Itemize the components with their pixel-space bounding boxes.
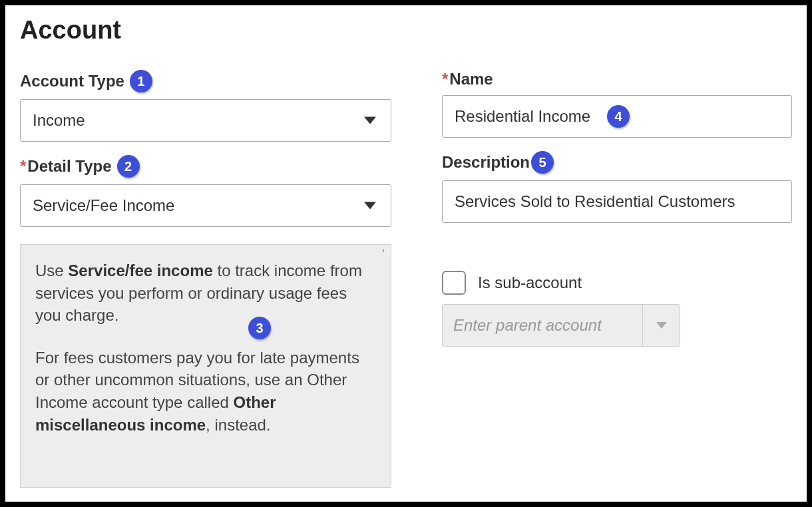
chevron-down-icon: [656, 322, 667, 329]
detail-type-field: *Detail Type 2 Service/Fee Income: [20, 155, 391, 227]
account-form-panel: Account Account Type 1 Income *Detail Ty…: [5, 5, 807, 502]
name-label: *Name: [442, 70, 493, 88]
detail-type-label: *Detail Type: [20, 157, 112, 176]
chevron-down-icon: [364, 202, 376, 210]
name-label-row: *Name: [442, 70, 792, 88]
account-type-field: Account Type 1 Income: [20, 70, 391, 142]
detail-type-label-row: *Detail Type 2: [20, 155, 391, 178]
required-asterisk: *: [442, 70, 448, 88]
description-label-row: Description 5: [442, 151, 792, 174]
parent-account-dropdown-button[interactable]: [642, 305, 680, 346]
account-type-label-row: Account Type 1: [20, 70, 391, 92]
is-sub-account-label: Is sub-account: [478, 273, 582, 292]
help-paragraph-1: Use Service/fee income to track income f…: [35, 259, 376, 327]
name-field: *Name 4: [442, 70, 792, 138]
annotation-badge-5: 5: [531, 151, 554, 174]
detail-type-value: Service/Fee Income: [33, 196, 174, 215]
left-column: Account Type 1 Income *Detail Type 2 Ser…: [20, 70, 391, 488]
annotation-badge-2: 2: [117, 155, 140, 178]
parent-account-placeholder: Enter parent account: [443, 305, 642, 346]
annotation-badge-1: 1: [130, 70, 152, 92]
parent-account-select[interactable]: Enter parent account: [442, 304, 680, 347]
description-input[interactable]: [442, 180, 792, 223]
right-column: *Name 4 Description 5 Is sub-account: [442, 70, 792, 488]
detail-type-help-box: Use Service/fee income to track income f…: [20, 244, 391, 488]
chevron-down-icon: [364, 117, 376, 124]
form-grid: Account Type 1 Income *Detail Type 2 Ser…: [20, 70, 792, 488]
account-type-label: Account Type: [20, 72, 124, 90]
required-asterisk: *: [20, 157, 26, 175]
page-title: Account: [20, 16, 792, 45]
account-type-select[interactable]: Income: [20, 99, 391, 142]
annotation-badge-4: 4: [607, 105, 630, 128]
description-label: Description: [442, 153, 530, 172]
help-paragraph-2: For fees customers pay you for late paym…: [35, 347, 376, 436]
annotation-badge-3: 3: [248, 317, 271, 339]
description-field: Description 5: [442, 151, 792, 223]
sub-account-row: Is sub-account: [442, 271, 792, 295]
name-input-wrap: 4: [442, 95, 792, 138]
detail-type-select[interactable]: Service/Fee Income: [20, 184, 391, 227]
scroll-up-icon[interactable]: [382, 248, 389, 252]
is-sub-account-checkbox[interactable]: [442, 271, 466, 295]
account-type-value: Income: [33, 111, 85, 130]
